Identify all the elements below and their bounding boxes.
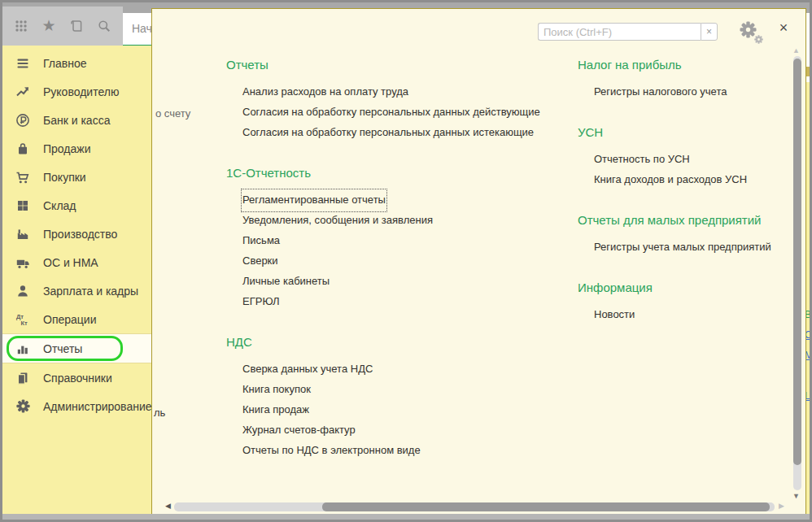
horizontal-scrollbar-thumb[interactable] [322, 502, 770, 511]
vertical-scroll-up-arrow[interactable]: ▲ [792, 46, 800, 54]
clear-x-icon: × [706, 26, 712, 37]
panel-close-button[interactable]: × [775, 19, 792, 37]
sidebar-item-salary-hr[interactable]: Зарплата и кадры [2, 276, 152, 305]
vertical-scroll-down-arrow[interactable]: ▼ [792, 492, 800, 500]
sidebar-item-sales[interactable]: Продажи [2, 134, 152, 163]
sidebar-item-label: Руководителю [43, 85, 119, 98]
menu-item[interactable]: Личные кабинеты [242, 272, 330, 292]
menu-item[interactable]: Регламентированные отчеты [242, 190, 386, 211]
grid-icon [14, 198, 32, 213]
dtkt-icon: ДтКт [14, 312, 32, 327]
svg-text:Кт: Кт [21, 320, 28, 327]
ruble-icon [14, 113, 32, 128]
section-reports: ОтчетыАнализ расходов на оплату трудаСог… [226, 58, 560, 143]
menu-item[interactable]: Новости [594, 305, 635, 325]
section-title-reports: Отчеты [226, 58, 560, 72]
small-gear-icon [754, 33, 763, 47]
books-icon [14, 371, 32, 385]
horizontal-scroll-right-arrow[interactable]: ▶ [779, 502, 784, 510]
tab-home-page[interactable]: Нач [123, 13, 154, 48]
panel-settings-button[interactable] [740, 21, 769, 46]
app-window: Нач ★ ГлавноеРуководителюБанк и кассаПро… [0, 0, 812, 522]
sidebar-item-os-nma[interactable]: ОС и НМА [2, 248, 152, 276]
sidebar-item-label: Операции [43, 313, 97, 326]
functions-panel: о счету ль × × ОтчетыАнализ расходов на … [151, 8, 806, 515]
menu-item[interactable]: Согласия на обработку персональных данны… [242, 102, 540, 123]
section-profit-tax: Налог на прибыльРегистры налогового учет… [578, 58, 796, 102]
menu-item[interactable]: Сверки [242, 251, 278, 272]
sidebar-item-production[interactable]: Производство [2, 220, 152, 248]
sidebar-item-label: Покупки [43, 171, 86, 184]
sidebar-item-administration[interactable]: Администрирование [2, 392, 152, 420]
global-search-icon[interactable] [94, 15, 115, 37]
sidebar-item-label: Справочники [43, 372, 112, 385]
section-small-business-reports: Отчеты для малых предприятийРегистры уче… [578, 213, 796, 258]
chart-icon [14, 341, 32, 356]
sidebar-item-label: Зарплата и кадры [43, 285, 138, 298]
menu-item[interactable]: Книга продаж [242, 400, 309, 420]
sidebar-item-manager[interactable]: Руководителю [2, 77, 152, 106]
menu-item[interactable]: Книга доходов и расходов УСН [594, 170, 747, 190]
section-title-vat: НДС [226, 335, 560, 350]
menu-item[interactable]: Уведомления, сообщения и заявления [242, 211, 433, 231]
person-icon [14, 284, 32, 298]
cart-icon [14, 170, 32, 185]
menu-item[interactable]: Анализ расходов на оплату труда [242, 82, 408, 102]
sidebar-item-purchases[interactable]: Покупки [2, 163, 152, 191]
sidebar-item-label: Отчеты [43, 342, 82, 355]
menu-item[interactable]: Книга покупок [242, 380, 311, 400]
clipped-report-link[interactable]: ль [154, 407, 165, 419]
search-input[interactable] [538, 23, 701, 41]
sidebar-item-operations[interactable]: ДтКтОперации [2, 305, 152, 333]
menu-item[interactable]: Согласия на обработку персональных данны… [242, 123, 534, 143]
truck-icon [14, 255, 32, 270]
section-title-information: Информация [578, 281, 796, 295]
section-title-usn: УСН [578, 125, 796, 140]
sidebar-item-label: Банк и касса [43, 114, 110, 127]
search-clear-button[interactable]: × [701, 23, 718, 41]
menu-icon [14, 56, 32, 71]
section-title-1c-reporting: 1С-Отчетность [226, 166, 560, 181]
window-bottom-edge [2, 514, 810, 520]
vertical-scrollbar-thumb[interactable] [793, 59, 801, 465]
sidebar: ГлавноеРуководителюБанк и кассаПродажиПо… [2, 46, 152, 515]
sidebar-item-label: Главное [43, 57, 87, 70]
menu-item[interactable]: Регистры налогового учета [594, 82, 727, 102]
sidebar-item-label: Производство [43, 228, 117, 241]
panel-column-right: Налог на прибыльРегистры налогового учет… [578, 58, 796, 348]
trend-icon [14, 85, 32, 99]
gear-icon [14, 399, 32, 413]
menu-item[interactable]: Регистры учета малых предприятий [594, 237, 771, 258]
sidebar-item-label: Продажи [43, 142, 90, 155]
main-toolbar: ★ [2, 7, 123, 46]
bag-icon [14, 141, 32, 156]
panel-search: × [538, 23, 718, 41]
section-1c-reporting: 1С-ОтчетностьРегламентированные отчетыУв… [226, 166, 560, 312]
sidebar-item-main[interactable]: Главное [2, 49, 152, 77]
clipped-report-link[interactable]: о счету [155, 107, 190, 120]
menu-item[interactable]: Журнал счетов-фактур [242, 420, 356, 441]
sidebar-item-bank-cash[interactable]: Банк и касса [2, 106, 152, 134]
history-scroll-icon[interactable] [66, 15, 87, 37]
sidebar-item-label: Администрирование [43, 400, 152, 413]
sidebar-item-warehouse[interactable]: Склад [2, 191, 152, 220]
close-icon: × [779, 20, 788, 36]
sidebar-item-label: Склад [43, 199, 76, 212]
apps-grid-icon[interactable] [11, 15, 32, 37]
sidebar-item-reports[interactable]: Отчеты [2, 333, 152, 363]
menu-item[interactable]: ЕГРЮЛ [242, 292, 279, 312]
menu-item[interactable]: Сверка данных учета НДС [242, 359, 373, 380]
sidebar-item-directories[interactable]: Справочники [2, 363, 152, 392]
tab-home-label: Нач [132, 22, 152, 35]
section-title-small-business-reports: Отчеты для малых предприятий [578, 213, 796, 228]
section-title-profit-tax: Налог на прибыль [578, 58, 796, 72]
panel-column-left: ОтчетыАнализ расходов на оплату трудаСог… [226, 58, 560, 484]
menu-item[interactable]: Письма [242, 231, 280, 251]
menu-item[interactable]: Отчеты по НДС в электронном виде [242, 441, 421, 461]
menu-item[interactable]: Отчетность по УСН [594, 150, 690, 170]
favorites-star-icon[interactable]: ★ [38, 15, 59, 37]
horizontal-scroll-left-arrow[interactable]: ◀ [165, 502, 171, 510]
section-vat: НДССверка данных учета НДСКнига покупокК… [226, 335, 560, 461]
factory-icon [14, 227, 32, 241]
sidebar-item-label: ОС и НМА [43, 256, 98, 269]
